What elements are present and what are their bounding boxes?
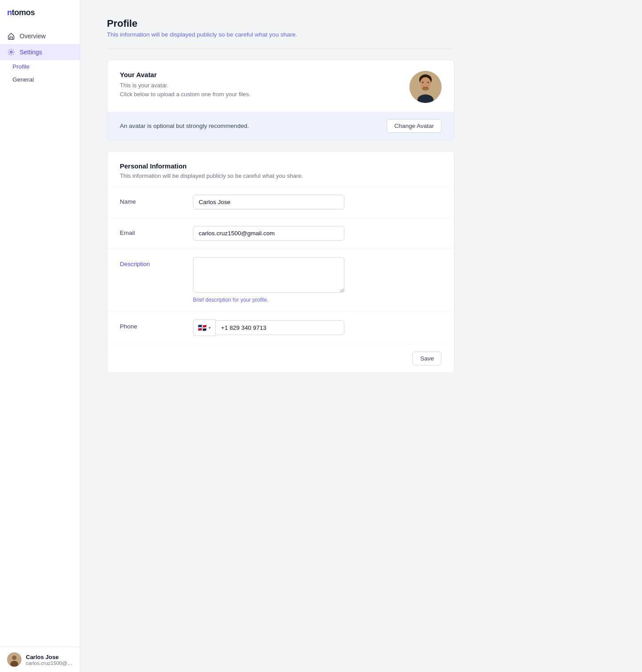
phone-label: Phone <box>120 320 182 330</box>
personal-info-title: Personal Information <box>120 162 442 170</box>
footer-user-info: Carlos Jose carlos.cruz1500@gmail... <box>26 654 73 666</box>
page-title: Profile <box>107 18 454 29</box>
phone-row: Phone 🇩🇴 ▾ <box>107 311 454 344</box>
main-content: Profile This information will be display… <box>80 0 481 672</box>
avatar-card: Your Avatar This is your avatar. Click b… <box>107 60 454 140</box>
footer-user-email: carlos.cruz1500@gmail... <box>26 660 73 666</box>
svg-point-9 <box>422 82 424 83</box>
avatar-image <box>409 71 442 103</box>
name-input[interactable] <box>193 195 344 209</box>
avatar-card-desc1: This is your avatar. <box>120 81 250 90</box>
sidebar-item-settings-label: Settings <box>20 49 42 56</box>
flag-emoji: 🇩🇴 <box>198 324 207 332</box>
svg-point-0 <box>10 51 12 53</box>
page-subtitle: This information will be displayed publi… <box>107 31 454 38</box>
sidebar-item-overview-label: Overview <box>20 33 45 40</box>
personal-info-header: Personal Information This information wi… <box>107 152 454 187</box>
description-row: Description Brief description for your p… <box>107 249 454 311</box>
phone-input-wrap: 🇩🇴 ▾ <box>193 320 442 336</box>
save-button[interactable]: Save <box>413 352 442 365</box>
logo: ntomos <box>0 0 80 25</box>
description-input-wrap: Brief description for your profile. <box>193 257 442 303</box>
title-divider <box>107 49 454 49</box>
description-hint: Brief description for your profile. <box>193 297 442 303</box>
footer-user-name: Carlos Jose <box>26 654 73 660</box>
sidebar-item-profile[interactable]: Profile <box>0 60 80 73</box>
email-label: Email <box>120 226 182 236</box>
name-input-wrap <box>193 195 442 209</box>
avatar-banner-text: An avatar is optional but strongly recom… <box>120 123 249 129</box>
svg-point-10 <box>428 82 429 83</box>
chevron-down-icon: ▾ <box>209 325 211 330</box>
form-actions: Save <box>107 344 454 373</box>
sidebar-item-general[interactable]: General <box>0 73 80 86</box>
email-row: Email <box>107 218 454 249</box>
sidebar-item-overview[interactable]: Overview <box>0 28 80 44</box>
sidebar-item-settings[interactable]: Settings <box>0 44 80 60</box>
change-avatar-button[interactable]: Change Avatar <box>387 119 442 133</box>
name-row: Name <box>107 187 454 218</box>
phone-group: 🇩🇴 ▾ <box>193 320 344 336</box>
sidebar-nav: Overview Settings Profile General <box>0 25 80 647</box>
footer-avatar <box>7 652 21 667</box>
sidebar-item-profile-label: Profile <box>12 63 29 70</box>
avatar-card-title: Your Avatar <box>120 71 250 78</box>
personal-info-subtitle: This information will be displayed publi… <box>120 172 442 179</box>
avatar <box>409 71 442 103</box>
home-icon <box>7 32 15 40</box>
avatar-card-text: Your Avatar This is your avatar. Click b… <box>120 71 250 98</box>
email-input-wrap <box>193 226 442 241</box>
avatar-card-bottom: An avatar is optional but strongly recom… <box>107 112 454 140</box>
phone-flag-selector[interactable]: 🇩🇴 ▾ <box>193 320 215 336</box>
name-label: Name <box>120 195 182 205</box>
sidebar: ntomos Overview Settings <box>0 0 80 672</box>
svg-point-2 <box>12 656 16 660</box>
avatar-card-desc2: Click below to upload a custom one from … <box>120 90 250 99</box>
avatar-card-top: Your Avatar This is your avatar. Click b… <box>107 60 454 112</box>
description-input[interactable] <box>193 257 344 293</box>
personal-info-card: Personal Information This information wi… <box>107 151 454 373</box>
sidebar-item-general-label: General <box>12 76 34 83</box>
email-input[interactable] <box>193 226 344 241</box>
description-label: Description <box>120 257 182 267</box>
gear-icon <box>7 48 15 56</box>
phone-input[interactable] <box>215 320 344 335</box>
sidebar-footer[interactable]: Carlos Jose carlos.cruz1500@gmail... <box>0 647 80 672</box>
